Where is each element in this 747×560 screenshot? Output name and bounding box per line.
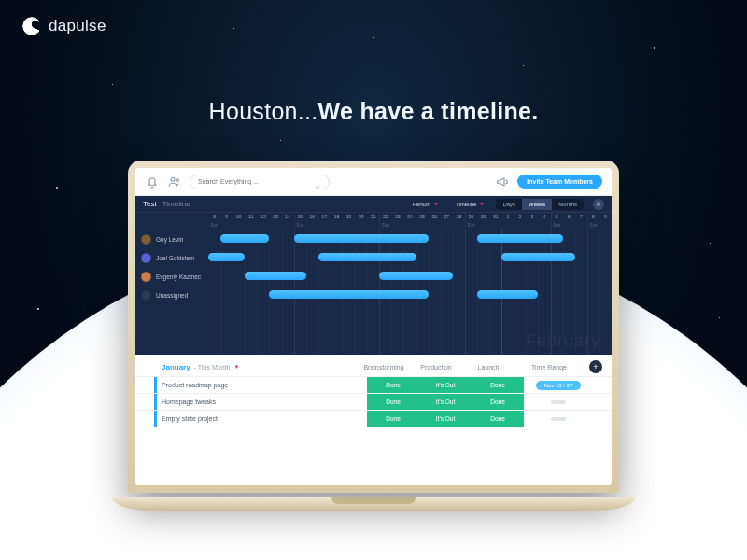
date-cell: 4: [539, 213, 551, 230]
date-cell: 7: [575, 213, 587, 230]
date-cell: 8Sun: [208, 213, 220, 230]
date-cell: 11: [245, 213, 257, 230]
date-cell: 28: [453, 213, 465, 230]
date-cell: 13: [269, 213, 281, 230]
timeline-rows: February Guy LevinJoel GoldsteinEvgeniy …: [135, 230, 612, 355]
timeline-date-ruler: 8Sun9101112131415Sun16171819202122Sun232…: [135, 213, 612, 230]
close-icon[interactable]: ✕: [593, 199, 604, 210]
time-range-pill: [551, 417, 566, 421]
avatar: [141, 253, 151, 263]
status-cell[interactable]: Done: [472, 411, 524, 427]
item-name[interactable]: Empty state project: [135, 411, 367, 427]
search-field[interactable]: [198, 178, 309, 185]
person-name: Unassigned: [156, 292, 188, 299]
marketing-stage: dapulse Houston...We have a timeline.: [0, 0, 747, 560]
avatar: [141, 272, 151, 282]
status-cell[interactable]: Done: [367, 411, 419, 427]
status-cell[interactable]: Done: [367, 394, 419, 410]
timeline-bar[interactable]: [501, 253, 575, 261]
invite-team-button[interactable]: Invite Team Members: [517, 175, 602, 189]
time-range-cell[interactable]: Nov 15 - 27: [524, 377, 593, 393]
board-name[interactable]: Test: [143, 200, 157, 208]
timeline-bar[interactable]: [379, 272, 453, 280]
board-tab[interactable]: Timeline: [162, 200, 190, 208]
date-cell: 9: [599, 213, 612, 230]
scale-weeks[interactable]: Weeks: [522, 199, 552, 210]
time-range-cell[interactable]: [524, 411, 593, 427]
timeline-panel: Test Timeline Person Timeline Days Weeks…: [135, 196, 612, 355]
date-cell: 5Sun: [551, 213, 563, 230]
col-header[interactable]: Production: [410, 364, 462, 371]
timeline-row: Guy Levin: [135, 230, 612, 248]
chevron-down-icon: ▼: [233, 364, 239, 370]
date-cell: 9: [220, 213, 233, 230]
status-cell[interactable]: Done: [472, 394, 524, 410]
timeline-bar[interactable]: [477, 290, 538, 299]
date-cell: 22Sun: [379, 213, 391, 230]
group-header[interactable]: January - This Month ▼ Brainstorming Pro…: [135, 355, 612, 376]
headline-bold: We have a timeline.: [318, 98, 539, 124]
date-cell: 8Sun: [587, 213, 599, 230]
timeline-bar[interactable]: [208, 253, 245, 261]
laptop-base: [112, 497, 635, 511]
brand-logo: dapulse: [22, 17, 106, 35]
status-cell[interactable]: It's Out: [419, 377, 472, 393]
svg-point-0: [171, 177, 175, 181]
avatar: [141, 290, 151, 301]
laptop-mock: Invite Team Members Test Timeline Person…: [112, 161, 635, 543]
timeline-bar[interactable]: [269, 290, 428, 299]
timeline-row: Unassigned: [135, 286, 612, 304]
date-cell: 1: [501, 213, 514, 230]
app-topbar: Invite Team Members: [135, 168, 612, 196]
timeline-bar[interactable]: [318, 253, 416, 261]
timeline-row-label: Guy Levin: [135, 234, 208, 245]
timeline-bar[interactable]: [245, 272, 305, 280]
status-cell[interactable]: It's Out: [419, 394, 472, 410]
item-name[interactable]: Homepage tweaks: [135, 394, 367, 410]
search-input[interactable]: [190, 175, 330, 189]
status-cell[interactable]: Done: [472, 377, 524, 393]
timeline-row-label: Unassigned: [135, 290, 208, 301]
app-screen: Invite Team Members Test Timeline Person…: [135, 168, 612, 485]
person-filter[interactable]: Person: [407, 200, 444, 209]
timeline-bar[interactable]: [294, 234, 429, 243]
table-row[interactable]: Empty state projectDoneIt's OutDone: [135, 410, 612, 427]
person-name: Guy Levin: [156, 236, 183, 243]
date-cell: 29Sun: [465, 213, 477, 230]
scale-months[interactable]: Months: [552, 199, 584, 210]
megaphone-icon[interactable]: [495, 175, 510, 189]
col-header[interactable]: Launch: [462, 364, 514, 371]
date-cell: 26: [429, 213, 441, 230]
timeline-bar[interactable]: [220, 234, 269, 243]
scale-days[interactable]: Days: [496, 199, 522, 210]
date-cell: 27: [441, 213, 453, 230]
date-cell: 17: [318, 213, 331, 230]
date-cell: 6: [563, 213, 575, 230]
date-cell: 20: [355, 213, 367, 230]
person-name: Evgeniy Kazinec: [156, 273, 201, 280]
date-cell: 18: [331, 213, 343, 230]
timeline-row-label: Evgeniy Kazinec: [135, 272, 208, 282]
table-row[interactable]: Product roadmap pageDoneIt's OutDoneNov …: [135, 376, 612, 393]
date-cell: 24: [404, 213, 416, 230]
group-range: - This Month: [194, 364, 231, 371]
timeline-bar[interactable]: [477, 234, 563, 243]
time-range-cell[interactable]: [524, 394, 593, 410]
timeline-mode-filter[interactable]: Timeline: [450, 200, 490, 209]
item-name[interactable]: Product roadmap page: [135, 377, 367, 393]
bell-icon[interactable]: [145, 175, 160, 189]
headline: Houston...We have a timeline.: [0, 98, 747, 125]
status-cell[interactable]: Done: [367, 377, 419, 393]
col-header-range[interactable]: Time Range: [514, 364, 584, 371]
timeline-row-label: Joel Goldstein: [135, 253, 208, 263]
date-cell: 12: [257, 213, 269, 230]
table-row[interactable]: Homepage tweaksDoneIt's OutDone: [135, 393, 612, 410]
date-cell: 25: [416, 213, 429, 230]
timeline-row: Joel Goldstein: [135, 248, 612, 267]
svg-point-2: [316, 185, 318, 188]
add-column-button[interactable]: +: [589, 360, 602, 373]
col-header[interactable]: Brainstorming: [358, 364, 410, 371]
people-icon[interactable]: [167, 175, 182, 189]
date-cell: 31: [489, 213, 501, 230]
status-cell[interactable]: It's Out: [419, 411, 472, 427]
